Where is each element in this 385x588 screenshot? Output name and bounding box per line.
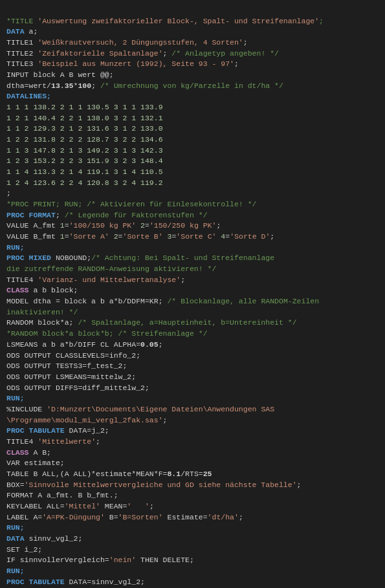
line-format: FORMAT A a_fmt. B b_fmt.; (6, 491, 118, 499)
line-datalines: DATALINES; (6, 92, 51, 100)
line-keylabel: KEYLABEL ALL='Mittel' MEAN=' '; (6, 502, 154, 510)
line-include2: \Programme\modul_mi_vergl_2fak.sas'; (6, 416, 167, 424)
line-data5: 1 1 3 147.8 2 1 3 149.2 3 1 3 142.3 (6, 146, 163, 155)
line-run2: RUN; (6, 394, 25, 402)
line-table: TABLE B ALL,(A ALL)*estimate*MEAN*F=8.1/… (6, 470, 212, 478)
line-proc-print-comment: *PROC PRINT; RUN; /* Aktivieren für Einl… (6, 200, 256, 208)
line-data1: 1 1 1 138.2 2 1 1 130.5 3 1 1 133.9 (6, 103, 163, 111)
line-run1: RUN; (6, 243, 25, 252)
line-random-blocka: RANDOM block*a; /* Spaltanlage, a=Haupte… (6, 318, 297, 327)
line-random-comment: die zutreffende RANDOM-Anweisung aktivie… (6, 265, 216, 273)
line-data2: 1 2 1 140.4 2 2 1 138.0 3 2 1 132.1 (6, 114, 163, 122)
line-class-ab: CLASS A B; (6, 448, 51, 457)
line-label: LABEL A='A=PK-Düngung' B='B=Sorten' Esti… (6, 513, 243, 521)
line-title: *TITLE 'Auswertung zweifaktorieller Bloc… (6, 17, 324, 25)
line-title2: TITLE2 'Zeifaktorielle Spaltanlage'; /* … (6, 49, 279, 58)
line-proc-format: PROC FORMAT; /* Legende für Faktorenstuf… (6, 211, 208, 219)
line-title1: TITLE1 'Weißkrautversuch, 2 Düngungsstuf… (6, 38, 248, 47)
line-dtha: dtha=wert/13.35*100; /* Umrechnung von k… (6, 82, 283, 90)
line-title4: TITLE4 'Varianz- und Mittelwertanalyse'; (6, 276, 185, 284)
line-ods-lsmeans: ODS OUTPUT LSMEANS=mittelw_2; (6, 373, 136, 381)
line-input: INPUT block A B wert @@; (6, 71, 114, 79)
line-run3: RUN; (6, 523, 25, 532)
line-data7: 1 1 4 113.3 2 1 4 119.1 3 1 4 110.5 (6, 168, 163, 176)
line-data8: 1 2 4 123.6 2 2 4 120.8 3 2 4 119.2 (6, 179, 163, 187)
line-include: %INCLUDE 'D:Munzert\Documents\Eigene Dat… (6, 405, 274, 413)
line-value-a: VALUE A_fmt 1='100/150 kg PK' 2='150/250… (6, 221, 221, 230)
line-semi: ; (6, 189, 11, 197)
line-proc-tabulate2: PROC TABULATE DATA=sinnv_vgl_2; (6, 578, 145, 586)
line-title3: TITLE3 'Beispiel aus Munzert (1992), Sei… (6, 60, 239, 68)
line-ods-diffs: ODS OUTPUT DIFFS=diff_mittelw_2; (6, 384, 149, 392)
line-data3: 1 1 2 129.3 2 1 2 131.6 3 1 2 133.0 (6, 124, 163, 133)
line-lsmeans: LSMEANS a b a*b/DIFF CL ALPHA=0.05; (6, 340, 163, 349)
line-data4: 1 2 2 131.8 2 2 2 128.7 3 2 2 134.6 (6, 135, 163, 144)
line-proc-tabulate1: PROC TABULATE DATA=j_2; (6, 426, 109, 435)
line-data-sinnv: DATA sinnv_vgl_2; (6, 534, 82, 543)
line-if: IF sinnvollerVergleich='nein' THEN DELET… (6, 556, 194, 564)
line-data6: 1 2 3 153.2 2 2 3 151.9 3 2 3 148.4 (6, 157, 163, 165)
line-proc-mixed: PROC MIXED NOBOUND;/* Achtung: Bei Spalt… (6, 254, 274, 262)
line-inaktivieren: inaktivieren! */ (6, 308, 78, 316)
line-class-ab-block: CLASS a b block; (6, 286, 78, 294)
line-model: MODEL dtha = block a b a*b/DDFM=KR; /* B… (6, 297, 319, 305)
line-var: VAR estimate; (6, 459, 65, 467)
line-data-keyword: DATA a; (6, 27, 38, 36)
line-value-b: VALUE B_fmt 1='Sorte A' 2='Sorte B' 3='S… (6, 232, 274, 241)
line-set: SET i_2; (6, 545, 42, 554)
line-random-comment2: *RANDOM block*a block*b; /* Streifenanla… (6, 329, 208, 338)
line-box: BOX='Sinnvolle Mittelwertvergleiche und … (6, 481, 301, 489)
line-title4b: TITLE4 'Mittelwerte'; (6, 437, 100, 446)
line-ods-classlevels: ODS OUTPUT CLASSLEVELS=info_2; (6, 351, 140, 360)
line-run4: RUN; (6, 567, 25, 575)
code-editor: *TITLE 'Auswertung zweifaktorieller Bloc… (6, 5, 379, 588)
line-ods-tests3: ODS OUTPUT TESTS3=f_test_2; (6, 362, 127, 370)
